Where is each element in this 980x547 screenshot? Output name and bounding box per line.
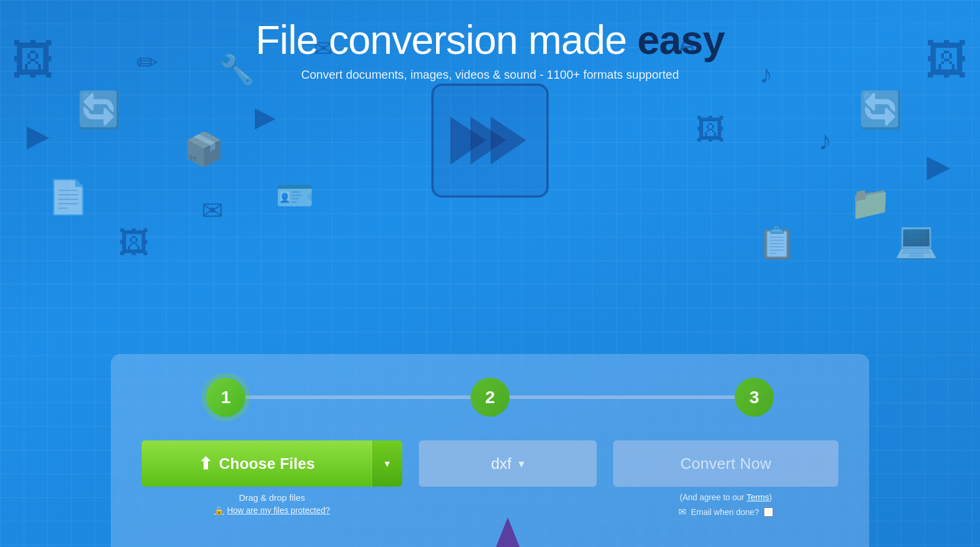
background: 🖼 🔄 ✏ ▶ 📄 🖼 🔧 📦 ✉ ▶ 🪪 ✉ 🖼 🔄 ♪ 📁 ▶ ♪ 📋 💻 … (0, 0, 980, 547)
main-title: File conversion made easy (0, 18, 980, 62)
bg-icon-refresh-r: 🔄 (859, 89, 903, 131)
bg-icon-id: 🪪 (276, 178, 314, 214)
dropdown-arrow-icon: ▾ (385, 457, 390, 470)
bg-icon-copy-r: 📋 (758, 225, 796, 261)
convert-label: Convert Now (680, 455, 771, 472)
upload-icon: ⬆ (198, 454, 212, 474)
drag-drop-hint: Drag & drop files (239, 493, 305, 503)
bg-icon-3d: 📦 (184, 130, 225, 169)
choose-files-label: Choose Files (219, 455, 315, 473)
controls-row: ⬆ Choose Files ▾ Drag & drop files 🔒 How… (146, 440, 834, 517)
bg-icon-image: 🖼 (119, 225, 149, 260)
convert-section: Convert Now (And agree to our Terms) ✉ E… (613, 440, 838, 517)
bg-icon-email: ✉ (201, 195, 223, 226)
terms-close: ) (769, 493, 772, 502)
convert-terms: (And agree to our Terms) (680, 493, 771, 502)
header-section: File conversion made easy Convert docume… (0, 0, 980, 82)
bg-icon-video: ▶ (27, 118, 49, 153)
format-arrow-indicator (495, 517, 521, 547)
title-regular: File conversion made (255, 17, 637, 62)
convert-now-button[interactable]: Convert Now (613, 440, 838, 487)
terms-text: (And agree to our (680, 493, 747, 502)
email-icon: ✉ (678, 506, 686, 517)
step-3: 3 (735, 378, 774, 417)
bg-icon-file: 📄 (47, 178, 89, 217)
lock-icon: 🔒 (214, 506, 224, 515)
email-row: ✉ Email when done? (678, 506, 773, 517)
bg-icon-play-r: ▶ (927, 148, 950, 184)
format-select-display[interactable]: dxf ▾ dxf pdf jpg png mp4 mp3 (419, 440, 597, 487)
email-checkbox[interactable] (764, 507, 773, 517)
protection-link[interactable]: 🔒 How are my files protected? (214, 506, 330, 515)
choose-files-dropdown-button[interactable]: ▾ (371, 440, 402, 487)
bg-icon-img2-r: 🖼 (696, 112, 725, 147)
step-2: 2 (470, 378, 510, 417)
step-1: 1 (206, 378, 245, 417)
email-label: Email when done? (691, 507, 759, 517)
format-section: dxf ▾ dxf pdf jpg png mp4 mp3 (419, 440, 597, 517)
bg-icon-folder-r: 📁 (850, 184, 891, 223)
bg-icon-refresh: 🔄 (77, 89, 121, 131)
steps-row: 1 2 3 (146, 378, 834, 417)
center-play-icon (428, 80, 552, 204)
choose-files-section: ⬆ Choose Files ▾ Drag & drop files 🔒 How… (142, 440, 402, 517)
choose-files-button[interactable]: ⬆ Choose Files (142, 440, 371, 487)
choose-files-group: ⬆ Choose Files ▾ (142, 440, 402, 487)
bg-icon-music: ♪ (818, 124, 832, 156)
bg-icon-laptop-r: 💻 (894, 219, 939, 261)
title-bold: easy (637, 17, 724, 62)
bg-icon-play2: ▶ (255, 101, 276, 133)
protection-text: How are my files protected? (227, 506, 330, 515)
terms-link[interactable]: Terms (747, 493, 769, 502)
converter-panel: 1 2 3 ⬆ Choose Files ▾ (111, 354, 869, 547)
